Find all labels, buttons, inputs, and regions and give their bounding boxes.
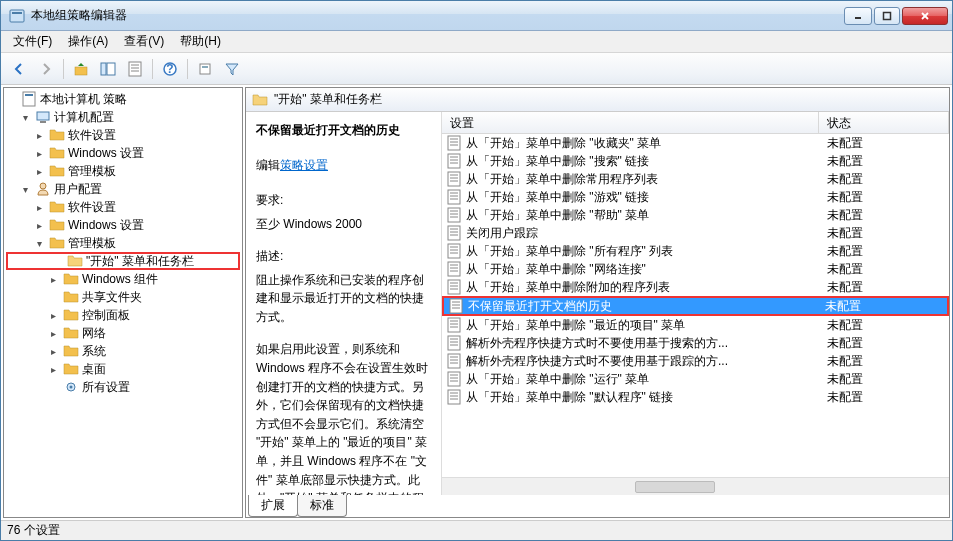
svg-rect-9 xyxy=(129,62,141,76)
setting-icon xyxy=(446,335,462,351)
svg-rect-32 xyxy=(448,172,460,186)
user-icon xyxy=(35,181,51,197)
list-row[interactable]: 从「开始」菜单中删除常用程序列表未配置 xyxy=(442,170,949,188)
tree-network[interactable]: ▸ 网络 xyxy=(4,324,242,342)
folder-icon xyxy=(63,361,79,377)
chevron-right-icon[interactable]: ▸ xyxy=(32,200,46,214)
list-row[interactable]: 从「开始」菜单中删除 "帮助" 菜单未配置 xyxy=(442,206,949,224)
list-rows[interactable]: 从「开始」菜单中删除 "收藏夹" 菜单未配置从「开始」菜单中删除 "搜索" 链接… xyxy=(442,134,949,477)
setting-icon xyxy=(446,279,462,295)
list-row[interactable]: 从「开始」菜单中删除 "游戏" 链接未配置 xyxy=(442,188,949,206)
filter-button[interactable] xyxy=(220,57,244,81)
properties-button[interactable] xyxy=(123,57,147,81)
tree-control-panel[interactable]: ▸ 控制面板 xyxy=(4,306,242,324)
list-row[interactable]: 从「开始」菜单中删除 "最近的项目" 菜单未配置 xyxy=(442,316,949,334)
minimize-button[interactable] xyxy=(844,7,872,25)
chevron-right-icon[interactable]: ▸ xyxy=(46,344,60,358)
forward-button[interactable] xyxy=(34,57,58,81)
svg-rect-19 xyxy=(37,112,49,120)
tab-standard[interactable]: 标准 xyxy=(297,495,347,517)
menu-file[interactable]: 文件(F) xyxy=(5,31,60,52)
chevron-right-icon[interactable]: ▸ xyxy=(32,146,46,160)
tree-root[interactable]: 本地计算机 策略 xyxy=(4,90,242,108)
close-button[interactable] xyxy=(902,7,948,25)
up-button[interactable] xyxy=(69,57,93,81)
tree-expander[interactable] xyxy=(46,290,60,304)
list-row[interactable]: 从「开始」菜单中删除 "网络连接"未配置 xyxy=(442,260,949,278)
svg-rect-20 xyxy=(40,121,46,123)
list-row[interactable]: 解析外壳程序快捷方式时不要使用基于搜索的方...未配置 xyxy=(442,334,949,352)
tree-label: 所有设置 xyxy=(82,378,130,396)
list-row-setting: 解析外壳程序快捷方式时不要使用基于跟踪的方... xyxy=(466,353,819,370)
svg-rect-3 xyxy=(884,12,891,19)
tree-windows-components[interactable]: ▸ Windows 组件 xyxy=(4,270,242,288)
tree-computer-config[interactable]: ▾ 计算机配置 xyxy=(4,108,242,126)
setting-icon xyxy=(446,389,462,405)
chevron-down-icon[interactable]: ▾ xyxy=(18,182,32,196)
tab-extended[interactable]: 扩展 xyxy=(248,495,298,517)
tree-expander[interactable] xyxy=(46,380,60,394)
setting-icon xyxy=(446,243,462,259)
chevron-right-icon[interactable]: ▸ xyxy=(46,272,60,286)
menu-view[interactable]: 查看(V) xyxy=(116,31,172,52)
col-state-header[interactable]: 状态 xyxy=(819,112,949,133)
back-button[interactable] xyxy=(7,57,31,81)
folder-icon xyxy=(49,127,65,143)
tree-software-settings-user[interactable]: ▸ 软件设置 xyxy=(4,198,242,216)
export-button[interactable] xyxy=(193,57,217,81)
chevron-right-icon[interactable]: ▸ xyxy=(46,362,60,376)
menu-action[interactable]: 操作(A) xyxy=(60,31,116,52)
tree-windows-settings[interactable]: ▸ Windows 设置 xyxy=(4,144,242,162)
svg-rect-68 xyxy=(448,336,460,350)
tree-pane[interactable]: 本地计算机 策略 ▾ 计算机配置 ▸ 软件设置 ▸ Windows 设置 ▸ 管… xyxy=(3,87,243,518)
setting-icon xyxy=(446,135,462,151)
tree-admin-templates-user[interactable]: ▾ 管理模板 xyxy=(4,234,242,252)
col-setting-header[interactable]: 设置 xyxy=(442,112,819,133)
scrollbar-thumb[interactable] xyxy=(635,481,715,493)
help-button[interactable]: ? xyxy=(158,57,182,81)
list-row[interactable]: 从「开始」菜单中删除 "收藏夹" 菜单未配置 xyxy=(442,134,949,152)
list-row[interactable]: 从「开始」菜单中删除 "搜索" 链接未配置 xyxy=(442,152,949,170)
tree-shared-folders[interactable]: 共享文件夹 xyxy=(4,288,242,306)
menu-help[interactable]: 帮助(H) xyxy=(172,31,229,52)
tree-start-taskbar[interactable]: "开始" 菜单和任务栏 xyxy=(6,252,240,270)
list-row-state: 未配置 xyxy=(819,135,949,152)
svg-point-23 xyxy=(70,386,73,389)
tree-label: 控制面板 xyxy=(82,306,130,324)
list-row[interactable]: 解析外壳程序快捷方式时不要使用基于跟踪的方...未配置 xyxy=(442,352,949,370)
chevron-right-icon[interactable]: ▸ xyxy=(32,128,46,142)
list-row[interactable]: 从「开始」菜单中删除 "运行" 菜单未配置 xyxy=(442,370,949,388)
chevron-down-icon[interactable]: ▾ xyxy=(32,236,46,250)
folder-icon xyxy=(49,235,65,251)
tree-desktop[interactable]: ▸ 桌面 xyxy=(4,360,242,378)
list-row[interactable]: 从「开始」菜单中删除 "默认程序" 链接未配置 xyxy=(442,388,949,406)
policy-settings-link[interactable]: 策略设置 xyxy=(280,158,328,172)
right-body: 不保留最近打开文档的历史 编辑策略设置 要求: 至少 Windows 2000 … xyxy=(246,112,949,495)
tree-admin-templates[interactable]: ▸ 管理模板 xyxy=(4,162,242,180)
chevron-right-icon[interactable]: ▸ xyxy=(32,164,46,178)
tree-expander[interactable] xyxy=(4,92,18,106)
svg-rect-24 xyxy=(448,136,460,150)
list-row-setting: 从「开始」菜单中删除 "最近的项目" 菜单 xyxy=(466,317,819,334)
list-row[interactable]: 不保留最近打开文档的历史未配置 xyxy=(442,296,949,316)
chevron-right-icon[interactable]: ▸ xyxy=(46,308,60,322)
chevron-right-icon[interactable]: ▸ xyxy=(46,326,60,340)
tree-windows-settings-user[interactable]: ▸ Windows 设置 xyxy=(4,216,242,234)
toolbar-sep xyxy=(187,59,188,79)
chevron-right-icon[interactable]: ▸ xyxy=(32,218,46,232)
chevron-down-icon[interactable]: ▾ xyxy=(18,110,32,124)
tree-software-settings[interactable]: ▸ 软件设置 xyxy=(4,126,242,144)
show-hide-tree-button[interactable] xyxy=(96,57,120,81)
horizontal-scrollbar[interactable] xyxy=(442,477,949,495)
folder-open-icon xyxy=(252,92,268,108)
tree-all-settings[interactable]: 所有设置 xyxy=(4,378,242,396)
svg-rect-18 xyxy=(25,94,33,96)
list-row[interactable]: 关闭用户跟踪未配置 xyxy=(442,224,949,242)
tree-system[interactable]: ▸ 系统 xyxy=(4,342,242,360)
list-row[interactable]: 从「开始」菜单中删除 "所有程序" 列表未配置 xyxy=(442,242,949,260)
tree-expander[interactable] xyxy=(50,254,64,268)
list-row[interactable]: 从「开始」菜单中删除附加的程序列表未配置 xyxy=(442,278,949,296)
list-row-state: 未配置 xyxy=(819,153,949,170)
maximize-button[interactable] xyxy=(874,7,900,25)
tree-user-config[interactable]: ▾ 用户配置 xyxy=(4,180,242,198)
